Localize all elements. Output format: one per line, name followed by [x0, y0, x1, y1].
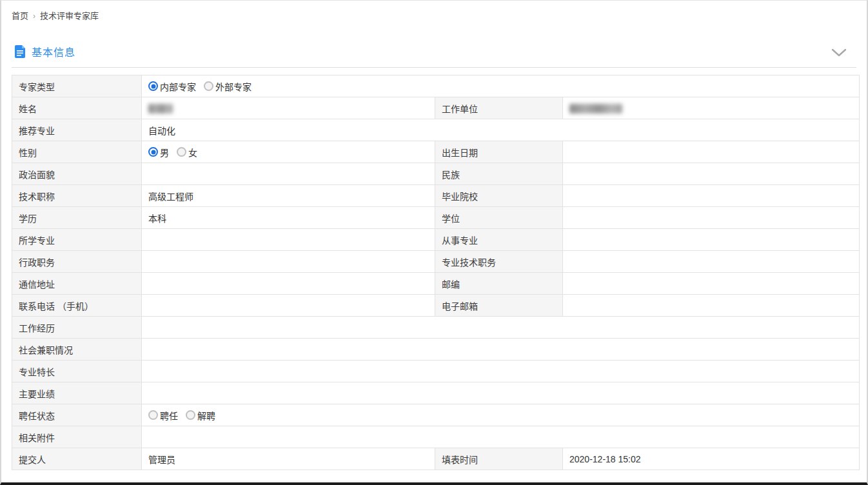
field-label: 邮编 [435, 273, 563, 295]
field-label: 专家类型 [12, 75, 142, 97]
radio-label: 男 [160, 146, 169, 159]
field-label: 政治面貌 [12, 163, 142, 185]
field-value [563, 229, 860, 251]
field-value [142, 382, 860, 404]
redacted-value [569, 104, 622, 114]
field-value [563, 185, 860, 207]
table-row: 行政职务专业技术职务 [12, 251, 860, 273]
table-row: 通信地址邮编 [12, 273, 860, 295]
field-label: 通信地址 [12, 273, 142, 295]
field-value: 自动化 [142, 119, 860, 141]
table-row: 社会兼职情况 [12, 339, 860, 361]
field-value [563, 295, 860, 317]
table-row: 性别男女出生日期 [12, 141, 860, 163]
field-value [142, 251, 435, 273]
field-label: 联系电话 （手机） [12, 295, 142, 317]
field-label: 专业特长 [12, 361, 142, 382]
breadcrumb-item-home[interactable]: 首页 [12, 11, 28, 21]
field-label: 学历 [12, 207, 142, 229]
field-label: 电子邮箱 [435, 295, 563, 317]
radio-option[interactable]: 内部专家 [148, 80, 196, 93]
table-row: 主要业绩 [12, 382, 860, 404]
basic-info-table: 专家类型内部专家外部专家姓名工作单位推荐专业自动化性别男女出生日期政治面貌民族技… [12, 75, 860, 470]
table-row: 相关附件 [12, 426, 860, 448]
field-value [142, 426, 860, 448]
field-value [563, 251, 860, 273]
field-value: 男女 [142, 141, 435, 163]
radio-checked-icon[interactable] [148, 81, 158, 91]
radio-group: 男女 [148, 146, 428, 159]
field-value [563, 163, 860, 185]
breadcrumb-separator: › [33, 12, 35, 21]
field-value [142, 163, 435, 185]
chevron-down-icon[interactable] [831, 48, 847, 58]
radio-label: 内部专家 [160, 80, 196, 93]
radio-unchecked-icon[interactable] [204, 81, 213, 91]
field-value: 本科 [142, 207, 435, 229]
breadcrumb: 首页›技术评审专家库 [1, 1, 867, 21]
table-row: 学历本科学位 [12, 207, 860, 229]
field-value [563, 273, 860, 295]
radio-group: 内部专家外部专家 [148, 80, 853, 93]
field-label: 出生日期 [435, 141, 563, 163]
field-label: 所学专业 [12, 229, 142, 251]
field-value [563, 207, 860, 229]
field-value: 管理员 [142, 448, 435, 470]
radio-label: 聘任 [160, 409, 178, 422]
field-value [142, 295, 435, 317]
radio-unchecked-icon[interactable] [186, 410, 195, 420]
radio-unchecked-icon[interactable] [148, 410, 158, 420]
document-icon [14, 45, 26, 58]
field-label: 技术职称 [12, 185, 142, 207]
field-value [142, 361, 860, 382]
radio-unchecked-icon[interactable] [177, 147, 186, 157]
table-row: 姓名工作单位 [12, 97, 860, 119]
radio-checked-icon[interactable] [148, 147, 158, 157]
field-value [142, 339, 860, 361]
radio-group: 聘任解聘 [148, 409, 853, 422]
field-value: 2020-12-18 15:02 [563, 448, 860, 470]
table-row: 工作经历 [12, 317, 860, 339]
table-row: 政治面貌民族 [12, 163, 860, 185]
field-value [142, 273, 435, 295]
field-label: 民族 [435, 163, 563, 185]
field-label: 提交人 [12, 448, 142, 470]
field-label: 毕业院校 [435, 185, 563, 207]
field-label: 学位 [435, 207, 563, 229]
radio-option[interactable]: 男 [148, 146, 169, 159]
table-row: 专业特长 [12, 361, 860, 382]
table-row: 专家类型内部专家外部专家 [12, 75, 860, 97]
redacted-value [148, 104, 173, 114]
section-title: 基本信息 [32, 44, 75, 59]
field-label: 聘任状态 [12, 404, 142, 426]
field-value [142, 229, 435, 251]
table-row: 联系电话 （手机）电子邮箱 [12, 295, 860, 317]
table-row: 推荐专业自动化 [12, 119, 860, 141]
radio-option[interactable]: 解聘 [186, 409, 215, 422]
field-value [142, 97, 435, 119]
table-row: 技术职称高级工程师毕业院校 [12, 185, 860, 207]
field-label: 主要业绩 [12, 382, 142, 404]
table-row: 聘任状态聘任解聘 [12, 404, 860, 426]
radio-option[interactable]: 外部专家 [204, 80, 252, 93]
radio-label: 外部专家 [215, 80, 252, 93]
table-row: 提交人管理员填表时间2020-12-18 15:02 [12, 448, 860, 470]
field-label: 填表时间 [435, 448, 563, 470]
radio-option[interactable]: 女 [177, 146, 197, 159]
radio-label: 女 [188, 146, 197, 159]
field-value: 聘任解聘 [142, 404, 860, 426]
expert-detail-page: 首页›技术评审专家库 基本信息 专家类型内部专家外部专家姓名工作单位推荐专业自动… [0, 0, 868, 485]
field-value [142, 317, 860, 339]
field-label: 性别 [12, 141, 142, 163]
field-label: 行政职务 [12, 251, 142, 273]
breadcrumb-item-current: 技术评审专家库 [40, 11, 99, 21]
field-label: 姓名 [12, 97, 142, 119]
field-label: 工作单位 [435, 97, 563, 119]
field-label: 相关附件 [12, 426, 142, 448]
field-label: 从事专业 [435, 229, 563, 251]
radio-label: 解聘 [197, 409, 215, 422]
radio-option[interactable]: 聘任 [148, 409, 178, 422]
field-label: 工作经历 [12, 317, 142, 339]
field-label: 专业技术职务 [435, 251, 563, 273]
field-value [563, 97, 860, 119]
